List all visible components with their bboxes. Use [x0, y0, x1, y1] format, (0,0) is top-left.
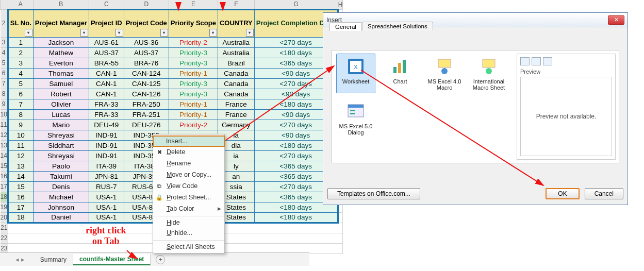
cell-slno[interactable]: 11	[8, 140, 33, 150]
cell-completion[interactable]: <180 days	[254, 212, 338, 223]
view-list[interactable]	[532, 57, 541, 65]
tab-master[interactable]: countifs-Master Sheet	[73, 254, 151, 265]
cell-country[interactable]: France	[218, 99, 254, 109]
close-button[interactable]: ✕	[608, 15, 624, 25]
tab-summary[interactable]: Summary	[34, 255, 73, 265]
row-header[interactable]: 8	[1, 89, 8, 99]
cell-country[interactable]: Germany	[218, 120, 254, 130]
menu-select-all-sheets[interactable]: Select All Sheets	[153, 240, 224, 251]
templates-office-button[interactable]: Templates on Office.com...	[327, 188, 420, 199]
view-details[interactable]	[543, 57, 552, 65]
cell-scope[interactable]: Priority-1	[169, 99, 218, 109]
view-mode-buttons[interactable]	[520, 57, 612, 65]
cell-scope[interactable]: Priority-2	[169, 120, 218, 130]
col-header-G[interactable]: G	[254, 0, 338, 9]
cell-scope[interactable]: Priority-3	[169, 78, 218, 89]
cell-slno[interactable]: 9	[8, 120, 33, 130]
row-header[interactable]: 10	[1, 109, 8, 120]
cell-code[interactable]: DEU-276	[124, 120, 169, 130]
cell-manager[interactable]: Paolo	[33, 161, 89, 171]
ok-button[interactable]: OK	[546, 188, 579, 199]
row-header[interactable]: 16	[1, 171, 8, 181]
row-header[interactable]: 21	[1, 223, 8, 233]
cell-scope[interactable]: Priority-3	[169, 89, 218, 99]
cell-manager[interactable]: Robert	[33, 89, 89, 99]
menu-rename[interactable]: Rename	[153, 158, 224, 169]
cell-pid[interactable]: FRA-33	[89, 109, 124, 120]
menu-view-code[interactable]: ⧉View Code	[153, 180, 224, 192]
cell-manager[interactable]: Takumi	[33, 171, 89, 181]
cell-country[interactable]: Canada	[218, 68, 254, 78]
filter-icon[interactable]: ▾	[25, 29, 32, 37]
cell-manager[interactable]: Daniel	[33, 212, 89, 223]
col-header-H[interactable]: H	[338, 0, 343, 9]
cancel-button[interactable]: Cancel	[585, 188, 623, 199]
header-scope[interactable]: Priority Scope▾	[169, 9, 218, 37]
cell-code[interactable]: BRA-76	[124, 58, 169, 68]
row-header[interactable]: 15	[1, 161, 8, 171]
cell-slno[interactable]: 7	[8, 99, 33, 109]
cell-manager[interactable]: Johnson	[33, 202, 89, 212]
cell-slno[interactable]: 14	[8, 171, 33, 181]
col-header-D[interactable]: D	[124, 0, 169, 9]
menu-delete[interactable]: ✖Delete	[153, 146, 224, 158]
header-slno[interactable]: SL No.▾	[8, 9, 33, 37]
cell-manager[interactable]: Mathew	[33, 47, 89, 58]
cell-code[interactable]: AUS-36	[124, 37, 169, 47]
cell-manager[interactable]: Siddhart	[33, 140, 89, 150]
header-code[interactable]: Project Code▾	[124, 9, 169, 37]
cell-code[interactable]: CAN-126	[124, 89, 169, 99]
cell-country[interactable]: Australia	[218, 47, 254, 58]
col-header-E[interactable]: E	[169, 0, 218, 9]
row-header[interactable]: 9	[1, 99, 8, 109]
cell-pid[interactable]: USA-1	[89, 192, 124, 202]
cell-pid[interactable]: FRA-33	[89, 99, 124, 109]
col-header-A[interactable]: A	[8, 0, 33, 9]
cell-manager[interactable]: Shreyasi	[33, 150, 89, 161]
cell-manager[interactable]: Denis	[33, 181, 89, 192]
view-large-icons[interactable]	[520, 57, 530, 65]
row-header[interactable]: 3	[1, 37, 8, 47]
row-header[interactable]: 4	[1, 47, 8, 58]
cell-manager[interactable]: Mario	[33, 120, 89, 130]
cell-pid[interactable]: BRA-55	[89, 58, 124, 68]
row-header[interactable]: 6	[1, 68, 8, 78]
row-header[interactable]: 19	[1, 202, 8, 212]
cell-slno[interactable]: 1	[8, 37, 33, 47]
menu-protect-sheet[interactable]: 🔒Protect Sheet...	[153, 192, 224, 203]
row-header[interactable]: 22	[1, 233, 8, 243]
cell-country[interactable]: France	[218, 109, 254, 120]
filter-icon[interactable]: ▾	[160, 29, 168, 37]
row-header[interactable]: 7	[1, 78, 8, 89]
cell-country[interactable]: Canada	[218, 89, 254, 99]
row-header[interactable]: 17	[1, 181, 8, 192]
cell-slno[interactable]: 8	[8, 109, 33, 120]
cell-slno[interactable]: 13	[8, 161, 33, 171]
row-header[interactable]: 20	[1, 212, 8, 223]
template-worksheet[interactable]: X Worksheet	[336, 54, 375, 93]
cell-slno[interactable]: 4	[8, 68, 33, 78]
cell[interactable]	[338, 212, 343, 223]
cell-pid[interactable]: JPN-81	[89, 171, 124, 181]
row-header[interactable]: 14	[1, 150, 8, 161]
cell-slno[interactable]: 6	[8, 89, 33, 99]
cell-code[interactable]: CAN-125	[124, 78, 169, 89]
cell-manager[interactable]: Samuel	[33, 78, 89, 89]
cell-manager[interactable]: Michael	[33, 192, 89, 202]
menu-move-copy[interactable]: Move or Copy...	[153, 169, 224, 180]
cell-scope[interactable]: Priority-2	[169, 37, 218, 47]
cell-code[interactable]: CAN-124	[124, 68, 169, 78]
cell-pid[interactable]: AUS-37	[89, 47, 124, 58]
filter-icon[interactable]: ▾	[246, 29, 254, 37]
row-header[interactable]: 13	[1, 140, 8, 150]
new-sheet-button[interactable]: +	[156, 255, 165, 264]
menu-hide[interactable]: Hide	[153, 216, 224, 227]
col-header-C[interactable]: C	[89, 0, 124, 9]
filter-icon[interactable]: ▾	[209, 29, 217, 37]
cell-scope[interactable]: Priority-1	[169, 109, 218, 120]
cell-slno[interactable]: 5	[8, 78, 33, 89]
cell-country[interactable]: Brazil	[218, 58, 254, 68]
filter-icon[interactable]: ▾	[115, 29, 123, 37]
menu-unhide[interactable]: Unhide...	[153, 227, 224, 239]
col-header-B[interactable]: B	[33, 0, 89, 9]
